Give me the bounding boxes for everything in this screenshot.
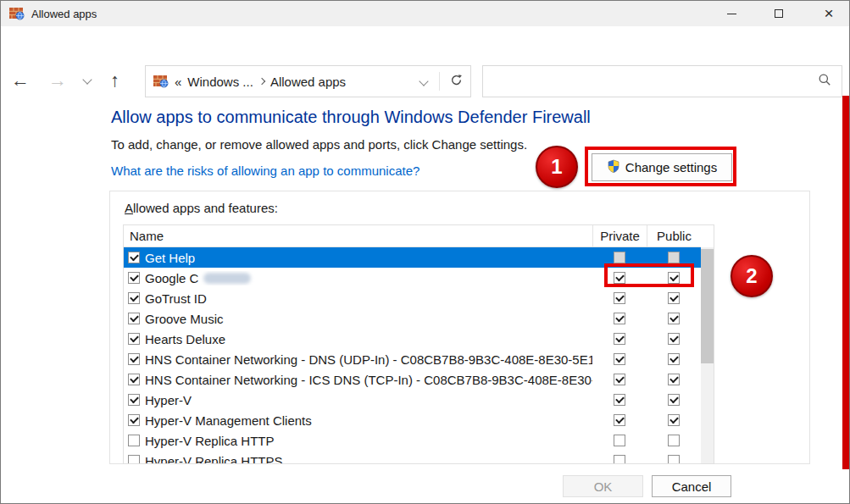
refresh-icon xyxy=(450,74,463,86)
app-row[interactable]: HNS Container Networking - DNS (UDP-In) … xyxy=(124,349,701,369)
app-name-checkbox[interactable] xyxy=(128,414,140,426)
app-name-label: Hyper-V xyxy=(145,393,192,407)
app-private-checkbox[interactable] xyxy=(614,414,625,426)
app-name-blur xyxy=(203,273,251,284)
app-row[interactable]: Hyper-V Replica HTTP xyxy=(124,430,701,451)
app-row[interactable]: Hyper-V xyxy=(124,390,701,410)
up-button[interactable]: ↑ xyxy=(110,71,119,90)
app-name-label: HNS Container Networking - DNS (UDP-In) … xyxy=(145,352,592,367)
app-name-checkbox[interactable] xyxy=(128,313,140,324)
minimize-icon xyxy=(727,14,736,14)
app-name-checkbox[interactable] xyxy=(128,333,140,345)
list-scrollbar[interactable] xyxy=(701,247,714,463)
app-name-label: GoTrust ID xyxy=(145,291,207,306)
app-public-checkbox[interactable] xyxy=(668,252,680,263)
app-public-checkbox[interactable] xyxy=(668,374,680,385)
app-name-checkbox[interactable] xyxy=(128,292,140,304)
search-input[interactable] xyxy=(493,75,818,89)
maximize-icon xyxy=(775,9,783,18)
column-header-private[interactable]: Private xyxy=(592,225,647,246)
cancel-button[interactable]: Cancel xyxy=(652,475,731,497)
close-button[interactable]: × xyxy=(808,1,850,26)
firewall-breadcrumb-icon xyxy=(153,75,169,88)
breadcrumb-overflow-button[interactable]: « xyxy=(175,75,181,89)
app-private-checkbox[interactable] xyxy=(614,292,625,304)
page-title: Allow apps to communicate through Window… xyxy=(111,108,591,127)
app-public-checkbox[interactable] xyxy=(668,353,680,365)
firewall-app-icon xyxy=(9,7,25,20)
page-description: To add, change, or remove allowed apps a… xyxy=(111,137,527,152)
annotation-step-1-box xyxy=(585,147,736,186)
history-chevron-icon[interactable] xyxy=(82,75,92,84)
maximize-button[interactable] xyxy=(760,1,797,26)
app-name-label: Google C xyxy=(145,271,198,285)
app-name-checkbox[interactable] xyxy=(128,353,140,365)
app-public-checkbox[interactable] xyxy=(668,292,680,304)
app-name-label: Hyper-V Replica HTTPS xyxy=(145,454,283,464)
app-name-label: Hearts Deluxe xyxy=(145,332,225,346)
app-name-label: Groove Music xyxy=(145,312,224,326)
app-row[interactable]: Hyper-V Replica HTTPS xyxy=(124,451,701,463)
forward-button[interactable]: → xyxy=(48,71,67,90)
allowed-apps-panel: Allowed apps and features: Name Private … xyxy=(109,191,810,464)
annotation-step-2-circle: 2 xyxy=(731,255,773,297)
app-public-checkbox[interactable] xyxy=(668,435,680,446)
app-name-checkbox[interactable] xyxy=(128,252,140,263)
app-name-checkbox[interactable] xyxy=(128,272,140,284)
minimize-button[interactable] xyxy=(713,1,750,26)
breadcrumb-separator-icon xyxy=(258,78,265,85)
app-row[interactable]: GoTrust ID xyxy=(124,288,701,308)
app-name-checkbox[interactable] xyxy=(128,394,140,406)
apps-list: Name Private Public Get Help Google C Go… xyxy=(123,224,714,464)
nav-toolbar: ← → ↑ « Windows ... Allowed ap xyxy=(1,26,849,84)
column-header-public[interactable]: Public xyxy=(647,225,701,246)
allowed-apps-window: Allowed apps × ← → ↑ xyxy=(0,0,850,504)
annotation-step-1-circle: 1 xyxy=(536,146,578,188)
app-row[interactable]: Hearts Deluxe xyxy=(124,329,701,349)
app-name-label: HNS Container Networking - ICS DNS (TCP-… xyxy=(145,373,592,387)
allowed-apps-label: Allowed apps and features: xyxy=(125,201,278,215)
app-name-label: Get Help xyxy=(145,251,195,265)
address-bar[interactable]: « Windows ... Allowed apps xyxy=(145,65,471,97)
app-private-checkbox[interactable] xyxy=(614,435,625,446)
app-private-checkbox[interactable] xyxy=(614,353,625,365)
app-row[interactable]: Groove Music xyxy=(124,308,701,329)
app-private-checkbox[interactable] xyxy=(614,455,625,463)
app-name-checkbox[interactable] xyxy=(128,435,140,446)
app-private-checkbox[interactable] xyxy=(614,313,625,324)
address-bar-divider xyxy=(439,72,440,91)
window-title: Allowed apps xyxy=(31,8,97,20)
app-private-checkbox[interactable] xyxy=(614,333,625,345)
app-public-checkbox[interactable] xyxy=(668,394,680,406)
titlebar: Allowed apps × xyxy=(1,1,849,26)
scrollbar-thumb[interactable] xyxy=(701,249,714,363)
app-private-checkbox[interactable] xyxy=(614,374,625,385)
app-row[interactable]: HNS Container Networking - ICS DNS (TCP-… xyxy=(124,369,701,390)
app-public-checkbox[interactable] xyxy=(668,455,680,463)
app-name-label: Hyper-V Replica HTTP xyxy=(145,434,275,448)
back-button[interactable]: ← xyxy=(11,71,30,90)
refresh-button[interactable] xyxy=(450,74,463,90)
annotation-step-2-box xyxy=(604,263,694,287)
app-public-checkbox[interactable] xyxy=(668,313,680,324)
column-header-name[interactable]: Name xyxy=(124,225,592,246)
app-private-checkbox[interactable] xyxy=(614,394,625,406)
app-private-checkbox[interactable] xyxy=(614,252,625,263)
app-public-checkbox[interactable] xyxy=(668,414,680,426)
breadcrumb-item-windows[interactable]: Windows ... xyxy=(187,75,253,89)
annotation-right-bar xyxy=(842,96,849,469)
app-name-label: Hyper-V Management Clients xyxy=(145,413,312,428)
breadcrumb-item-allowed-apps[interactable]: Allowed apps xyxy=(270,75,346,89)
app-name-checkbox[interactable] xyxy=(128,455,140,463)
search-icon[interactable] xyxy=(818,73,831,90)
app-row[interactable]: Hyper-V Management Clients xyxy=(124,410,701,430)
apps-table-header: Name Private Public xyxy=(124,225,701,247)
app-public-checkbox[interactable] xyxy=(668,333,680,345)
risks-link[interactable]: What are the risks of allowing an app to… xyxy=(111,163,419,178)
ok-button[interactable]: OK xyxy=(563,475,643,497)
app-name-checkbox[interactable] xyxy=(128,374,140,385)
search-box[interactable] xyxy=(482,65,842,97)
address-dropdown-chevron-icon[interactable] xyxy=(419,76,428,86)
